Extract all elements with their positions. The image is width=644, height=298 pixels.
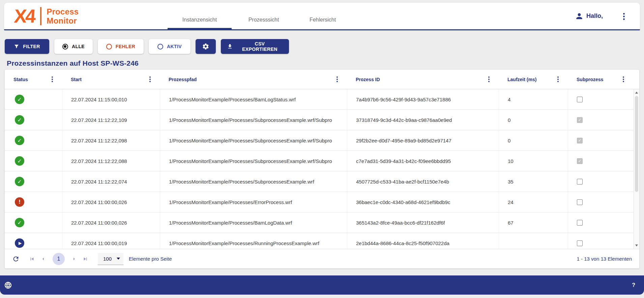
status-icon: ! (15, 197, 24, 207)
help-button[interactable]: ? (632, 282, 635, 288)
tab-fehlersicht[interactable]: Fehlersicht (296, 13, 350, 29)
path-cell: 1/ProcessMonitorExample/Processes/Runnin… (160, 233, 347, 249)
filter-alle-radio-button[interactable]: ALLE (54, 39, 93, 54)
table-row[interactable]: ✓ 22.07.2024 11:12:22,098 1/ProcessMonit… (5, 130, 634, 151)
status-icon: ✓ (15, 95, 24, 104)
column-header-subprozess[interactable]: Subprozess (568, 70, 639, 89)
subprocess-checkbox[interactable]: ✓ (577, 158, 583, 164)
refresh-icon[interactable] (12, 255, 20, 263)
table-body: ✓ 22.07.2024 11:15:00,010 1/ProcessMonit… (5, 89, 639, 249)
column-menu-kebab-icon[interactable] (335, 76, 340, 83)
tab-prozesssicht[interactable]: Prozesssicht (237, 13, 291, 29)
greeting-text: Hallo, (586, 12, 603, 20)
path-cell: 1/ProcessMonitorExample/Processes/Subpro… (160, 130, 347, 151)
last-page-icon[interactable] (82, 256, 88, 262)
column-menu-kebab-icon[interactable] (148, 76, 152, 83)
table-scrollbar[interactable] (634, 89, 639, 249)
column-header-prozesspfad[interactable]: Prozesspfad (160, 70, 347, 89)
column-header-laufzeit[interactable]: Laufzeit (ms) (499, 70, 568, 89)
start-cell: 22.07.2024 11:00:00,026 (62, 212, 160, 233)
table-row[interactable]: ✓ 22.07.2024 11:00:00,026 1/ProcessMonit… (5, 212, 634, 233)
page-navigation: 1 (29, 253, 88, 265)
main-tabs: Instanzensicht Prozesssicht Fehlersicht (4, 3, 640, 29)
subprocess-checkbox[interactable]: ✓ (577, 117, 583, 123)
scrollbar-thumb[interactable] (635, 96, 638, 192)
settings-button[interactable] (196, 39, 216, 54)
column-menu-kebab-icon[interactable] (556, 76, 560, 83)
page-size-select[interactable]: 100 (98, 253, 123, 265)
column-header-prozess-id[interactable]: Prozess ID (347, 70, 499, 89)
radio-unselected-icon (157, 44, 163, 49)
runtime-cell: 10 (499, 151, 568, 171)
column-header-start[interactable]: Start (62, 70, 160, 89)
table-row[interactable]: ▶ 22.07.2024 11:00:00,019 1/ProcessMonit… (5, 233, 634, 249)
csv-export-button[interactable]: CSV EXPORTIEREN (221, 39, 289, 54)
subprocess-checkbox[interactable] (577, 199, 583, 205)
footer-bar: ? (0, 275, 644, 295)
item-range-label: 1 - 13 von 13 Elementen (577, 256, 632, 262)
table-row[interactable]: ✓ 22.07.2024 11:12:22,088 1/ProcessMonit… (5, 151, 634, 171)
column-menu-kebab-icon[interactable] (621, 76, 626, 83)
first-page-icon[interactable] (29, 256, 35, 262)
process-id-cell: 365143a2-8fce-49aa-bcc6-df21f162df6f (347, 212, 499, 233)
next-page-icon[interactable] (71, 256, 77, 262)
start-cell: 22.07.2024 11:12:22,074 (62, 171, 160, 192)
path-cell: 1/ProcessMonitorExample/Processes/Subpro… (160, 110, 347, 130)
start-cell: 22.07.2024 11:12:22,088 (62, 151, 160, 171)
subprocess-checkbox[interactable] (577, 240, 583, 246)
process-id-cell: 37318749-9c3d-442c-b9aa-c9876aa0e9ed (347, 110, 499, 130)
filter-aktiv-radio-button[interactable]: AKTIV (149, 39, 191, 54)
table-row[interactable]: ! 22.07.2024 11:00:00,026 1/ProcessMonit… (5, 192, 634, 212)
user-icon (575, 12, 584, 21)
header-menu-kebab-icon[interactable] (619, 11, 628, 22)
pagination-bar: 1 100 Elemente pro Seite 1 - 13 von 13 E… (5, 249, 639, 268)
runtime-cell: 0 (499, 110, 568, 130)
path-cell: 1/ProcessMonitorExample/Processes/BamLog… (160, 89, 347, 109)
start-cell: 22.07.2024 11:12:22,098 (62, 130, 160, 151)
scroll-down-icon[interactable] (634, 243, 639, 248)
subprocess-checkbox[interactable] (577, 220, 583, 226)
app-header: X4 Process Monitor Instanzensicht Prozes… (4, 3, 640, 30)
process-id-cell: 4507725d-c533-41ba-ae2f-bcf1150e7e4b (347, 171, 499, 192)
tab-instanzensicht[interactable]: Instanzensicht (173, 13, 227, 29)
active-tab-indicator (168, 28, 232, 30)
radio-unselected-icon (106, 44, 112, 49)
table-row[interactable]: ✓ 22.07.2024 11:12:22,109 1/ProcessMonit… (5, 110, 634, 130)
previous-page-icon[interactable] (40, 256, 46, 262)
select-arrow-icon (117, 258, 120, 260)
page-title: Prozessinstanzen auf Host SP-WS-246 (7, 59, 139, 67)
process-monitor-app: X4 Process Monitor Instanzensicht Prozes… (0, 0, 644, 298)
table-header-row: Status Start Prozesspfad Prozess ID (5, 70, 639, 89)
filter-fehler-radio-button[interactable]: FEHLER (98, 39, 144, 54)
language-globe-icon[interactable] (4, 281, 12, 289)
runtime-cell: 67 (499, 212, 568, 233)
instances-table: Status Start Prozesspfad Prozess ID (5, 70, 639, 268)
subprocess-checkbox[interactable] (577, 97, 583, 102)
subprocess-checkbox[interactable]: ✓ (577, 138, 583, 143)
column-header-status[interactable]: Status (5, 70, 62, 89)
runtime-cell: 35 (499, 171, 568, 192)
table-row[interactable]: ✓ 22.07.2024 11:15:00,010 1/ProcessMonit… (5, 89, 634, 110)
scroll-up-icon[interactable] (634, 90, 639, 95)
path-cell: 1/ProcessMonitorExample/Processes/BamLog… (160, 212, 347, 233)
filter-button[interactable]: FILTER (5, 39, 49, 54)
subprocess-checkbox[interactable] (577, 179, 583, 185)
download-icon (227, 43, 233, 49)
process-id-cell: 29f2b2ee-d0d7-495e-89a9-bd85d2e97147 (347, 130, 499, 151)
table-row[interactable]: ✓ 22.07.2024 11:12:22,074 1/ProcessMonit… (5, 171, 634, 192)
runtime-cell: 0 (499, 130, 568, 151)
start-cell: 22.07.2024 11:12:22,109 (62, 110, 160, 130)
start-cell: 22.07.2024 11:00:00,019 (62, 233, 160, 249)
start-cell: 22.07.2024 11:00:00,026 (62, 192, 160, 212)
column-menu-kebab-icon[interactable] (487, 76, 491, 83)
status-icon: ▶ (15, 238, 24, 248)
gear-icon (202, 43, 209, 50)
radio-selected-icon (62, 44, 68, 49)
status-icon: ✓ (15, 218, 24, 227)
current-page-button[interactable]: 1 (53, 253, 65, 265)
process-id-cell: 36baec1e-c0dc-4340-a68d-4621ef9bdb9c (347, 192, 499, 212)
path-cell: 1/ProcessMonitorExample/Processes/Subpro… (160, 171, 347, 192)
column-menu-kebab-icon[interactable] (50, 76, 55, 83)
process-id-cell: c7e7ad31-5d39-4a31-b42c-f09ee6bbdd95 (347, 151, 499, 171)
runtime-cell: 4 (499, 89, 568, 109)
